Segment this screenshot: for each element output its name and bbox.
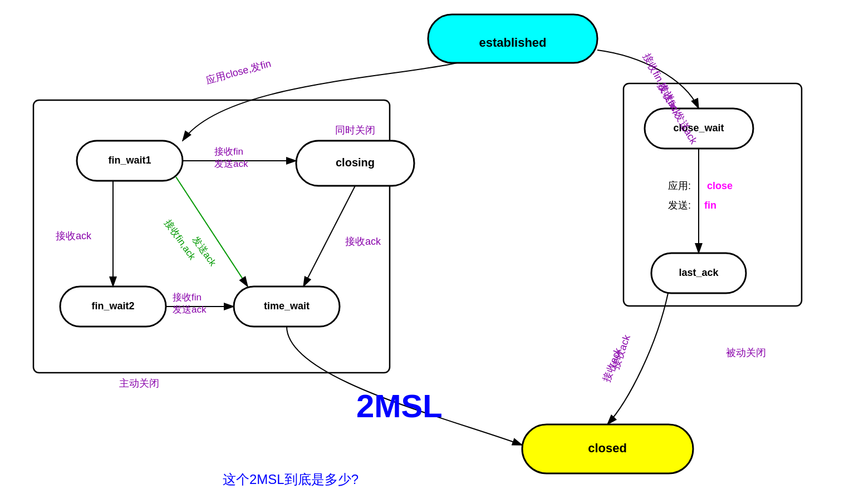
time-wait-label: time_wait (264, 300, 310, 312)
fin-wait1-label: fin_wait1 (108, 155, 151, 166)
established-label: established (479, 36, 546, 50)
two-msl-big-label: 2MSL (356, 388, 443, 424)
close-value-label: close (707, 180, 733, 191)
simultaneous-close-label: 同时关闭 (335, 125, 375, 136)
passive-close-label: 被动关闭 (726, 347, 766, 358)
apply-close-text: 应用close,发fin (205, 58, 272, 86)
last-ack-label: last_ack (679, 267, 719, 278)
closing-label: closing (336, 156, 375, 169)
fin-wait2-label: fin_wait2 (91, 300, 134, 312)
apply-label: 应用: (668, 180, 691, 191)
fw1-to-closing-label1: 接收fin (214, 146, 243, 157)
active-close-label: 主动关闭 (119, 378, 159, 389)
fin-value-label: fin (704, 200, 716, 211)
fw2-to-tw-label2: 发送ack (173, 304, 207, 315)
closed-label: closed (588, 441, 627, 455)
fw1-to-fw2-label: 接收ack (56, 230, 92, 241)
fw2-to-tw-label1: 接收fin (173, 292, 202, 303)
two-msl-question-label: 这个2MSL到底是多少? (223, 472, 359, 487)
fw1-to-closing-label2: 发送ack (214, 159, 248, 169)
send-label: 发送: (668, 200, 691, 211)
closing-to-tw-label: 接收ack (345, 236, 381, 247)
